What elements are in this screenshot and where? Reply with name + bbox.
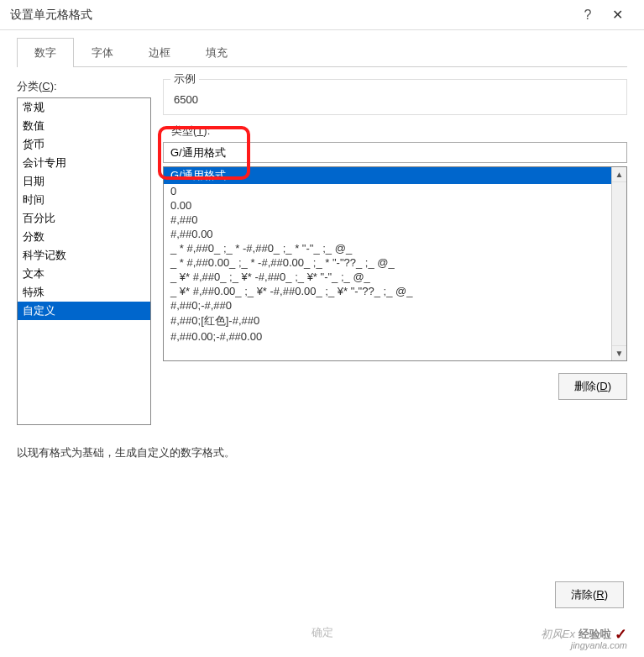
left-panel: 分类(C): 常规 数值 货币 会计专用 日期 时间 百分比 分数 科学记数 文… bbox=[17, 79, 151, 425]
tab-font[interactable]: 字体 bbox=[74, 38, 131, 67]
hint-text: 以现有格式为基础，生成自定义的数字格式。 bbox=[17, 445, 627, 460]
category-item[interactable]: 数值 bbox=[18, 117, 150, 135]
category-list[interactable]: 常规 数值 货币 会计专用 日期 时间 百分比 分数 科学记数 文本 特殊 自定… bbox=[17, 97, 151, 425]
main-panel: 分类(C): 常规 数值 货币 会计专用 日期 时间 百分比 分数 科学记数 文… bbox=[17, 79, 627, 425]
ok-hint: 确定 bbox=[312, 625, 333, 640]
sample-label: 示例 bbox=[170, 71, 199, 87]
scroll-up-icon[interactable]: ▲ bbox=[612, 167, 626, 182]
format-item[interactable]: #,##0.00;-#,##0.00 bbox=[164, 329, 611, 344]
format-item[interactable]: #,##0.00 bbox=[164, 227, 611, 241]
format-item[interactable]: 0 bbox=[164, 184, 611, 198]
bottom-buttons: 清除(R) bbox=[555, 581, 624, 608]
close-button[interactable]: ✕ bbox=[600, 7, 634, 23]
category-item[interactable]: 文本 bbox=[18, 265, 150, 283]
titlebar: 设置单元格格式 ? ✕ bbox=[0, 0, 644, 30]
format-item[interactable]: _ ¥* #,##0_ ;_ ¥* -#,##0_ ;_ ¥* "-"_ ;_ … bbox=[164, 270, 611, 284]
watermark-site: jingyanla.com bbox=[571, 640, 627, 650]
scrollbar[interactable]: ▲ ▼ bbox=[611, 167, 626, 360]
clear-button[interactable]: 清除(R) bbox=[555, 581, 624, 608]
category-item[interactable]: 特殊 bbox=[18, 283, 150, 302]
type-label: 类型(T): bbox=[171, 124, 627, 139]
category-item[interactable]: 日期 bbox=[18, 172, 150, 191]
format-item[interactable]: #,##0;-#,##0 bbox=[164, 298, 611, 313]
category-item[interactable]: 分数 bbox=[18, 228, 150, 246]
category-item[interactable]: 货币 bbox=[18, 135, 150, 154]
format-item[interactable]: G/通用格式 bbox=[164, 167, 611, 184]
help-button[interactable]: ? bbox=[575, 8, 600, 23]
type-input[interactable] bbox=[163, 142, 627, 163]
delete-row: 删除(D) bbox=[163, 373, 627, 400]
category-label: 分类(C): bbox=[17, 79, 151, 94]
format-item[interactable]: _ ¥* #,##0.00_ ;_ ¥* -#,##0.00_ ;_ ¥* "-… bbox=[164, 284, 611, 298]
format-item[interactable]: #,##0;[红色]-#,##0 bbox=[164, 313, 611, 329]
right-panel: 示例 6500 类型(T): G/通用格式 0 0.00 #,##0 #,##0… bbox=[163, 79, 627, 425]
category-item[interactable]: 常规 bbox=[18, 98, 150, 117]
tab-fill[interactable]: 填充 bbox=[188, 38, 245, 67]
format-item[interactable]: _ * #,##0.00_ ;_ * -#,##0.00_ ;_ * "-"??… bbox=[164, 255, 611, 270]
category-item[interactable]: 会计专用 bbox=[18, 154, 150, 172]
category-item[interactable]: 时间 bbox=[18, 191, 150, 209]
content-area: 数字 字体 边框 填充 分类(C): 常规 数值 货币 会计专用 日期 时间 百… bbox=[0, 37, 644, 477]
tabs: 数字 字体 边框 填充 bbox=[17, 37, 627, 67]
scroll-down-icon[interactable]: ▼ bbox=[612, 345, 626, 360]
format-list-container: G/通用格式 0 0.00 #,##0 #,##0.00 _ * #,##0_ … bbox=[163, 166, 627, 361]
delete-button[interactable]: 删除(D) bbox=[558, 373, 627, 400]
watermark: 初风Ex 经验啦 ✓ jingyanla.com bbox=[541, 625, 627, 644]
tab-border[interactable]: 边框 bbox=[131, 38, 188, 67]
format-item[interactable]: #,##0 bbox=[164, 213, 611, 227]
format-item[interactable]: 0.00 bbox=[164, 198, 611, 213]
sample-box: 示例 6500 bbox=[163, 79, 627, 115]
format-list[interactable]: G/通用格式 0 0.00 #,##0 #,##0.00 _ * #,##0_ … bbox=[164, 167, 611, 360]
dialog-title: 设置单元格格式 bbox=[10, 8, 575, 23]
category-item[interactable]: 科学记数 bbox=[18, 246, 150, 265]
category-item[interactable]: 百分比 bbox=[18, 209, 150, 228]
tab-number[interactable]: 数字 bbox=[17, 38, 74, 67]
sample-value: 6500 bbox=[164, 80, 626, 114]
format-item[interactable]: _ * #,##0_ ;_ * -#,##0_ ;_ * "-"_ ;_ @_ bbox=[164, 241, 611, 255]
category-item-custom[interactable]: 自定义 bbox=[18, 302, 150, 320]
